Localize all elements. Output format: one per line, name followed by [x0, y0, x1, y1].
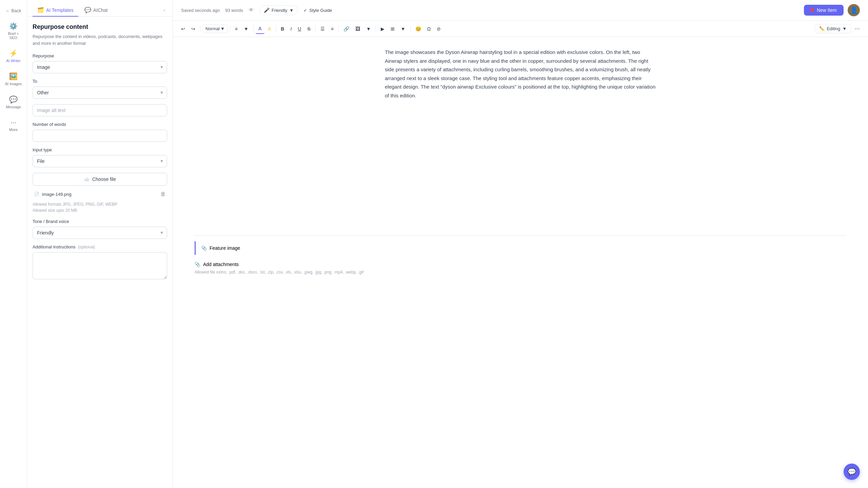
more-options-button[interactable]: ⋯ — [852, 23, 863, 34]
feature-image-icon: 📎 — [201, 245, 207, 251]
undo-button[interactable]: ↩ — [178, 24, 188, 34]
file-item: 📄 image-149.png 🗑 — [33, 188, 167, 200]
toolbar-divider-3 — [253, 25, 254, 32]
feature-image-label: Feature image — [210, 245, 240, 251]
editor-toolbar: ↩ ↪ Normal ▼ ≡ ▼ A A B I U S ☰ ≡ 🔗 🖼 ▼ ▶… — [173, 21, 868, 37]
toolbar-divider-1 — [200, 25, 200, 32]
style-guide-button[interactable]: ✓ Style Guide — [303, 8, 332, 13]
upload-icon: ☁️ — [84, 176, 90, 182]
add-attachments-label: Add attachments — [203, 262, 239, 267]
additional-textarea[interactable] — [33, 252, 167, 279]
additional-label-text: Additional instructions — [33, 244, 75, 249]
chat-bubble-button[interactable]: 💬 — [844, 464, 860, 480]
editor-paragraph: The image showcases the Dyson Airwrap ha… — [385, 48, 656, 100]
bottom-area: 📎 Feature image 📎 Add attachments Allowe… — [195, 236, 846, 275]
nav-label-more: More — [9, 128, 18, 132]
file-allowed-formats: Allowed formats JPG, JPEG, PNG, GIF, WEB… — [33, 201, 167, 213]
back-arrow-icon: ← — [6, 8, 10, 13]
file-name: image-149.png — [42, 192, 72, 197]
ai-chat-icon: 💬 — [84, 7, 91, 13]
left-navigation: ← Back ⚙️ Brief + SEO ⚡ AI Writer 🖼️ AI … — [0, 0, 27, 488]
tone-chevron-icon: ▼ — [289, 8, 294, 13]
editor-text: The image showcases the Dyson Airwrap ha… — [385, 48, 656, 100]
feature-image-section: 📎 Feature image — [195, 241, 846, 255]
nav-label-message: Message — [6, 105, 21, 109]
user-avatar[interactable]: 👤 — [848, 4, 860, 16]
words-group: Number of words 97 — [33, 122, 167, 142]
play-button[interactable]: ▶ — [378, 24, 387, 34]
toolbar-divider-4 — [276, 25, 276, 32]
to-select[interactable]: Other Blog post Social media post Email — [33, 87, 167, 99]
eye-icon[interactable]: 👁 — [249, 7, 254, 13]
repurpose-select-wrapper: Image Video Audio Document ▼ — [33, 61, 167, 73]
ai-writer-icon: ⚡ — [9, 49, 18, 57]
top-bar-left: Saved seconds ago 93 words 👁 🎤 Friendly … — [181, 5, 332, 15]
table-button[interactable]: ⊞ — [388, 24, 397, 34]
style-guide-circle-icon: ✓ — [303, 8, 307, 13]
tab-ai-templates[interactable]: 🗂️ AI Templates — [33, 4, 78, 17]
additional-group: Additional instructions (optional) — [33, 244, 167, 280]
text-style-chevron-icon: ▼ — [220, 26, 225, 31]
sidebar-item-ai-writer[interactable]: ⚡ AI Writer — [2, 46, 25, 66]
sidebar-tabs: 🗂️ AI Templates 💬 AIChat ‹ — [27, 0, 173, 17]
numbered-list-button[interactable]: ≡ — [328, 24, 336, 34]
new-item-button[interactable]: New Item — [804, 5, 844, 16]
toolbar-divider-8 — [410, 25, 411, 32]
image-button[interactable]: 🖼 — [353, 24, 363, 34]
toolbar-divider-7 — [376, 25, 376, 32]
sidebar-item-brief-seo[interactable]: ⚙️ Brief + SEO — [2, 19, 25, 43]
more-icon: ··· — [11, 118, 16, 126]
message-icon: 💬 — [9, 95, 18, 104]
sidebar-item-ai-images[interactable]: 🖼️ AI Images — [2, 69, 25, 89]
editing-label: Editing — [827, 26, 840, 31]
back-label: Back — [12, 8, 21, 13]
to-select-wrapper: Other Blog post Social media post Email … — [33, 87, 167, 99]
emoji-button[interactable]: 😊 — [413, 24, 424, 34]
new-item-label: New Item — [817, 7, 837, 13]
editing-mode-button[interactable]: ✏️ Editing ▼ — [815, 24, 851, 33]
image-chevron-button[interactable]: ▼ — [363, 24, 374, 34]
bold-button[interactable]: B — [278, 24, 287, 34]
back-button[interactable]: ← Back — [0, 5, 27, 16]
tone-label: Friendly — [272, 8, 287, 13]
sidebar-item-message[interactable]: 💬 Message — [2, 92, 25, 112]
choose-file-button[interactable]: ☁️ Choose file — [33, 173, 167, 186]
words-input[interactable]: 97 — [33, 130, 167, 142]
top-bar: Saved seconds ago 93 words 👁 🎤 Friendly … — [173, 0, 868, 21]
input-type-select[interactable]: File URL Text — [33, 155, 167, 167]
input-type-group: Input type File URL Text ▼ — [33, 147, 167, 167]
highlight-button[interactable]: A — [265, 24, 274, 34]
special-char-button[interactable]: Ω — [425, 24, 433, 34]
repurpose-select[interactable]: Image Video Audio Document — [33, 61, 167, 73]
toolbar-divider-2 — [230, 25, 230, 32]
strikethrough-button[interactable]: S — [304, 24, 313, 34]
tone-selector[interactable]: 🎤 Friendly ▼ — [259, 5, 298, 15]
clear-format-button[interactable]: ⊘ — [434, 24, 443, 34]
attachments-description: Allowed file extns: .pdf, .doc, .docx, .… — [195, 270, 846, 275]
italic-button[interactable]: I — [288, 24, 294, 34]
sidebar-panel: 🗂️ AI Templates 💬 AIChat ‹ Repurpose con… — [27, 0, 173, 488]
top-bar-right: New Item 👤 — [804, 4, 860, 16]
sidebar-collapse-button[interactable]: ‹ — [161, 5, 167, 15]
alt-text-input[interactable] — [33, 104, 167, 116]
tone-select[interactable]: Friendly Professional Casual Formal — [33, 227, 167, 239]
align-button[interactable]: ≡ — [232, 24, 240, 34]
editor-content-area[interactable]: The image showcases the Dyson Airwrap ha… — [173, 37, 868, 488]
text-style-select[interactable]: Normal ▼ — [202, 24, 228, 33]
link-button[interactable]: 🔗 — [341, 24, 352, 34]
align-chevron-button[interactable]: ▼ — [241, 24, 251, 34]
table-chevron-button[interactable]: ▼ — [398, 24, 408, 34]
nav-label-brief-seo: Brief + SEO — [5, 32, 22, 40]
bullet-list-button[interactable]: ☰ — [318, 24, 328, 34]
text-color-button[interactable]: A — [256, 24, 264, 34]
underline-button[interactable]: U — [295, 24, 304, 34]
sidebar-item-more[interactable]: ··· More — [2, 115, 25, 135]
words-label: Number of words — [33, 122, 167, 127]
tone-label: Tone / Brand voice — [33, 219, 167, 224]
tab-ai-chat[interactable]: 💬 AIChat — [80, 4, 113, 17]
file-delete-button[interactable]: 🗑 — [160, 191, 166, 197]
file-type-icon: 📄 — [34, 192, 39, 197]
choose-file-group: ☁️ Choose file 📄 image-149.png 🗑 Allowed… — [33, 173, 167, 213]
redo-button[interactable]: ↪ — [189, 24, 198, 34]
style-guide-label: Style Guide — [309, 8, 332, 13]
